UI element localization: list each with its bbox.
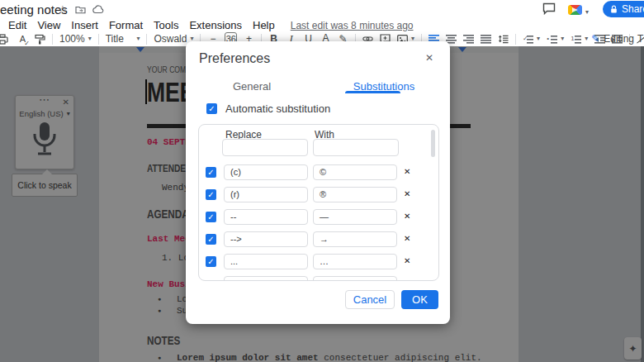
check-icon: ✓ — [207, 189, 214, 200]
chevron-down-icon: ▾ — [136, 36, 140, 42]
last-edit-link[interactable]: Last edit was 8 minutes ago — [291, 20, 414, 31]
meet-caret-icon[interactable]: ▾ — [585, 6, 589, 18]
move-folder-icon[interactable] — [75, 5, 86, 14]
new-with-input[interactable] — [313, 139, 399, 156]
substitution-row: ✓ (c) © ✕ — [199, 164, 438, 187]
spellcheck-check: ✓ — [24, 40, 30, 47]
menu-tools[interactable]: Tools — [154, 19, 178, 31]
substitution-row: ✓ (r) ® ✕ — [199, 187, 438, 209]
menu-format[interactable]: Format — [109, 19, 143, 31]
substitution-row: ✓ -- — ✕ — [199, 209, 438, 231]
align-right-button[interactable] — [463, 35, 474, 44]
new-replace-input[interactable] — [222, 139, 308, 156]
paragraph-style-select[interactable]: Title ▾ — [106, 33, 140, 45]
row-checkbox[interactable]: ✓ — [206, 212, 216, 222]
row-checkbox[interactable]: ✓ — [206, 234, 216, 245]
bulleted-list-select[interactable]: ▾ — [547, 35, 564, 44]
substitutions-table: Replace With ✓ (c) © ✕ ✓ (r) ® ✕ ✓ -- — … — [198, 124, 439, 281]
pencil-icon: ✎ — [591, 33, 599, 45]
with-input[interactable]: — — [313, 209, 397, 225]
with-input[interactable]: → — [313, 231, 397, 247]
spellcheck-icon[interactable]: A ✓ — [17, 32, 28, 45]
checklist-icon — [523, 35, 533, 44]
editing-mode-select[interactable]: ✎ Editing — [591, 31, 634, 46]
check-icon: ✓ — [207, 256, 214, 267]
replace-input[interactable]: (r) — [224, 187, 308, 202]
titlebar: eeting notes ☆ ▾ Share — [0, 0, 644, 19]
row-checkbox[interactable]: ✓ — [206, 256, 216, 267]
align-justify-button[interactable] — [481, 35, 491, 44]
tab-substitutions[interactable]: Substitutions — [318, 76, 450, 98]
comment-history-icon[interactable] — [542, 2, 556, 15]
cancel-button[interactable]: Cancel — [345, 290, 395, 309]
remove-row-button[interactable]: ✕ — [404, 212, 410, 221]
star-icon[interactable]: ☆ — [58, 3, 68, 16]
automatic-substitution-label: Automatic substitution — [225, 102, 330, 115]
automatic-substitution-row: ✓ Automatic substitution — [206, 102, 330, 115]
menu-edit[interactable]: Edit — [8, 19, 26, 31]
check-icon: ✓ — [208, 103, 215, 114]
remove-row-button[interactable]: ✕ — [404, 256, 410, 265]
replace-input[interactable]: ... — [224, 254, 308, 269]
chevron-down-icon: ▾ — [88, 36, 92, 42]
substitution-row: ✓ --> → ✕ — [199, 231, 438, 254]
ok-button[interactable]: OK — [401, 290, 438, 309]
active-tab-underline — [345, 91, 400, 93]
preferences-dialog: Preferences ✕ General Substitutions ✓ Au… — [186, 41, 450, 324]
dialog-tabs: General Substitutions — [186, 76, 450, 98]
remove-row-button[interactable]: ✕ — [404, 234, 410, 243]
zoom-select[interactable]: 100% ▾ — [59, 33, 92, 45]
with-input[interactable]: © — [313, 164, 397, 180]
clear-formatting-button[interactable]: T — [637, 33, 644, 45]
share-button[interactable]: Share — [603, 1, 644, 17]
cloud-saved-icon[interactable] — [92, 5, 104, 14]
substitution-row: ✓ ... … ✕ — [199, 254, 438, 276]
chevron-down-icon: ▾ — [561, 36, 564, 42]
lock-icon — [610, 5, 618, 14]
menu-insert[interactable]: Insert — [71, 19, 98, 31]
dialog-close-icon[interactable]: ✕ — [425, 52, 433, 64]
print-icon[interactable] — [0, 32, 11, 45]
check-icon: ✓ — [207, 212, 214, 222]
remove-row-button[interactable]: ✕ — [404, 167, 410, 176]
chevron-down-icon: ▾ — [537, 36, 540, 42]
with-input[interactable] — [313, 276, 397, 281]
menubar: Edit View Insert Format Tools Extensions… — [0, 19, 644, 31]
substitution-row-partial — [199, 276, 438, 281]
with-input[interactable]: ® — [313, 187, 397, 202]
line-spacing-icon[interactable] — [498, 32, 509, 45]
style-value: Title — [106, 33, 124, 45]
checklist-select[interactable]: ▾ — [523, 35, 540, 44]
tab-general[interactable]: General — [186, 76, 318, 98]
replace-input[interactable] — [224, 276, 308, 281]
menu-view[interactable]: View — [37, 19, 60, 31]
row-checkbox[interactable]: ✓ — [206, 189, 216, 200]
menu-extensions[interactable]: Extensions — [189, 19, 242, 31]
meet-icon[interactable] — [568, 5, 582, 15]
numbered-list-icon — [571, 35, 581, 44]
replace-input[interactable]: (c) — [224, 164, 308, 180]
row-checkbox[interactable]: ✓ — [206, 167, 216, 178]
share-label: Share — [622, 3, 644, 15]
font-value: Oswald — [154, 33, 187, 45]
dialog-title: Preferences — [199, 51, 270, 66]
bulleted-list-icon — [547, 35, 557, 44]
automatic-substitution-checkbox[interactable]: ✓ — [206, 103, 217, 114]
remove-row-button[interactable]: ✕ — [404, 189, 410, 198]
chevron-down-icon: ▾ — [585, 36, 588, 42]
editing-mode-label: Editing — [604, 33, 634, 45]
table-scrollbar[interactable] — [431, 130, 435, 157]
zoom-value: 100% — [59, 33, 85, 45]
with-input[interactable]: … — [313, 254, 397, 269]
menu-help[interactable]: Help — [253, 19, 275, 31]
check-icon: ✓ — [207, 167, 214, 178]
check-icon: ✓ — [207, 234, 214, 245]
numbered-list-select[interactable]: ▾ — [571, 35, 588, 44]
paint-format-icon[interactable] — [35, 32, 45, 45]
replace-input[interactable]: --> — [224, 231, 308, 247]
replace-input[interactable]: -- — [224, 209, 308, 225]
